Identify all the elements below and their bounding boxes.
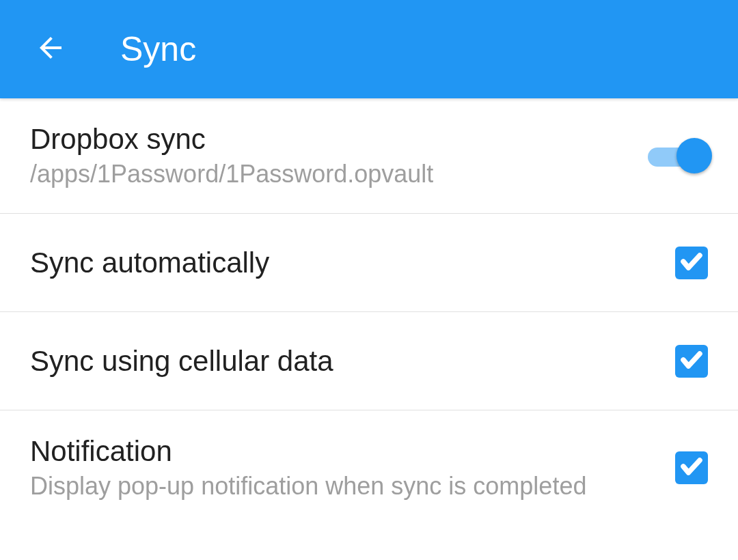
- dropbox-sync-switch[interactable]: [648, 138, 708, 173]
- notification-checkbox[interactable]: [675, 451, 708, 484]
- setting-item-sync-cellular[interactable]: Sync using cellular data: [0, 312, 738, 410]
- check-icon: [679, 249, 704, 277]
- setting-title: Dropbox sync: [30, 123, 626, 156]
- back-button[interactable]: [29, 27, 72, 71]
- setting-subtitle: Display pop-up notification when sync is…: [30, 472, 653, 501]
- sync-cellular-checkbox[interactable]: [675, 345, 708, 378]
- setting-texts: Notification Display pop-up notification…: [30, 435, 675, 501]
- arrow-left-icon: [34, 31, 67, 67]
- setting-item-dropbox-sync[interactable]: Dropbox sync /apps/1Password/1Password.o…: [0, 98, 738, 214]
- app-header: Sync: [0, 0, 738, 98]
- setting-texts: Sync using cellular data: [30, 345, 675, 378]
- sync-auto-checkbox[interactable]: [675, 247, 708, 279]
- setting-texts: Dropbox sync /apps/1Password/1Password.o…: [30, 123, 648, 188]
- setting-title: Notification: [30, 435, 653, 468]
- setting-item-notification[interactable]: Notification Display pop-up notification…: [0, 410, 738, 525]
- settings-list: Dropbox sync /apps/1Password/1Password.o…: [0, 98, 738, 525]
- setting-title: Sync using cellular data: [30, 345, 653, 378]
- setting-item-sync-auto[interactable]: Sync automatically: [0, 214, 738, 312]
- check-icon: [679, 348, 704, 375]
- check-icon: [679, 454, 704, 481]
- setting-title: Sync automatically: [30, 247, 653, 279]
- setting-texts: Sync automatically: [30, 247, 675, 279]
- page-title: Sync: [120, 29, 196, 69]
- switch-thumb: [676, 138, 712, 173]
- setting-subtitle: /apps/1Password/1Password.opvault: [30, 160, 626, 188]
